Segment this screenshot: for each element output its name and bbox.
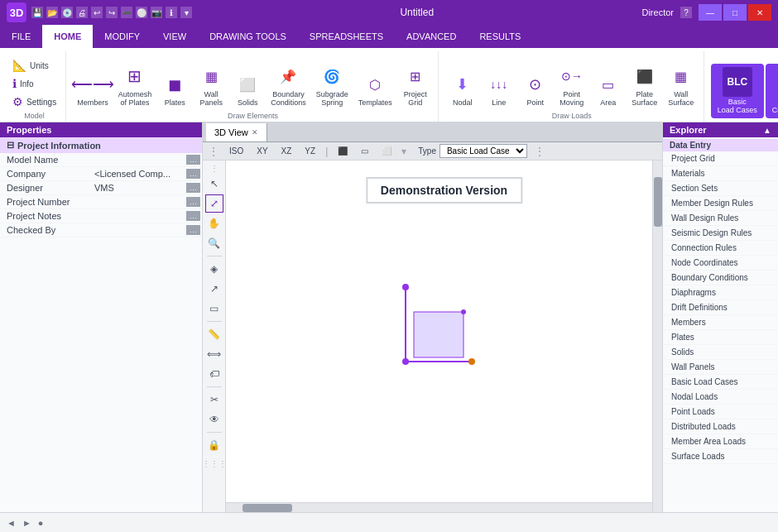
align-right-btn[interactable]: ⬜ — [377, 145, 396, 157]
wall-surface-btn[interactable]: ▦ WallSurface — [664, 60, 699, 110]
pan-btn[interactable]: ✋ — [205, 214, 223, 232]
nodal-btn[interactable]: ⬇ Nodal — [445, 69, 480, 110]
explorer-item-materials[interactable]: Materials — [663, 166, 778, 181]
camera-btn[interactable]: 📷 — [151, 7, 162, 18]
select-btn[interactable]: ↖ — [205, 175, 223, 193]
menu-advanced[interactable]: ADVANCED — [395, 25, 468, 48]
explorer-item-wall-design[interactable]: Wall Design Rules — [663, 211, 778, 226]
align-center-btn[interactable]: ▭ — [356, 145, 373, 157]
type-dropdown[interactable]: Basic Load Case — [439, 144, 527, 158]
yz-btn[interactable]: YZ — [300, 145, 320, 157]
title-bar-controls[interactable]: 💾 📂 💿 🖨 ↩ ↪ ➖ ⚪ 📷 ℹ ▾ — [31, 7, 192, 18]
info-btn[interactable]: ℹ Info — [8, 75, 60, 92]
undo-btn[interactable]: ↩ — [91, 7, 103, 18]
maximize-btn[interactable]: □ — [723, 4, 747, 21]
line-btn[interactable]: ↓↓↓ Line — [482, 69, 516, 110]
explorer-item-node-coords[interactable]: Node Coordinates — [663, 256, 778, 271]
explorer-item-distributed[interactable]: Distributed Loads — [663, 419, 778, 434]
minimize-btn[interactable]: — — [699, 4, 722, 21]
explorer-item-members[interactable]: Members — [663, 315, 778, 330]
plate-surface-btn[interactable]: ⬛ PlateSurface — [627, 60, 662, 110]
xz-btn[interactable]: XZ — [276, 145, 297, 157]
dimension-btn[interactable]: ⟺ — [205, 345, 223, 363]
automesh-btn[interactable]: ⊞ Automeshof Plates — [114, 60, 156, 110]
visibility-btn[interactable]: 👁 — [205, 410, 223, 429]
menu-drawing-tools[interactable]: DRAWING TOOLS — [198, 25, 298, 48]
menu-bar[interactable]: FILE HOME MODIFY VIEW DRAWING TOOLS SPRE… — [0, 25, 778, 48]
menu-modify[interactable]: MODIFY — [93, 25, 151, 48]
designer-edit[interactable]: … — [186, 183, 200, 193]
project-notes-edit[interactable]: … — [186, 211, 200, 221]
explorer-item-drift[interactable]: Drift Definitions — [663, 300, 778, 315]
close-btn[interactable]: ✕ — [748, 4, 771, 21]
measure-btn[interactable]: 📏 — [205, 325, 223, 343]
rect-btn[interactable]: ▭ — [205, 300, 223, 318]
menu-view[interactable]: VIEW — [151, 25, 198, 48]
3d-view-tab[interactable]: 3D View ✕ — [206, 123, 267, 141]
more-btn[interactable]: ▾ — [180, 7, 192, 18]
label-btn[interactable]: 🏷 — [205, 365, 223, 383]
explorer-item-seismic[interactable]: Seismic Design Rules — [663, 226, 778, 241]
explorer-item-diaphragms[interactable]: Diaphragms — [663, 285, 778, 300]
checked-by-edit[interactable]: … — [186, 225, 200, 235]
lock-btn[interactable]: 🔒 — [205, 436, 223, 454]
company-edit[interactable]: … — [186, 169, 200, 179]
load-combinations-btn[interactable]: LC LoadCombinations — [766, 64, 778, 118]
iso-btn[interactable]: ISO — [224, 145, 248, 157]
project-grid-btn[interactable]: ⊞ ProjectGrid — [398, 60, 433, 110]
minus-btn[interactable]: ➖ — [121, 7, 132, 18]
explorer-item-basic-load[interactable]: Basic Load Cases — [663, 375, 778, 390]
horizontal-scrollbar[interactable] — [226, 502, 652, 512]
menu-results[interactable]: RESULTS — [468, 25, 532, 48]
settings-btn[interactable]: ⚙ Settings — [8, 93, 60, 110]
project-number-edit[interactable]: … — [186, 197, 200, 207]
point-moving-btn[interactable]: ⊙→ PointMoving — [555, 60, 589, 110]
menu-home[interactable]: HOME — [42, 25, 93, 48]
explorer-item-connection[interactable]: Connection Rules — [663, 241, 778, 256]
tab-close-icon[interactable]: ✕ — [252, 128, 258, 137]
print-btn[interactable]: 🖨 — [76, 7, 88, 18]
explorer-item-plates[interactable]: Plates — [663, 330, 778, 345]
xy-btn[interactable]: XY — [252, 145, 272, 157]
subgrade-btn[interactable]: 🌀 SubgradeSpring — [312, 60, 353, 110]
explorer-item-member-area[interactable]: Member Area Loads — [663, 434, 778, 449]
circle-btn[interactable]: ⚪ — [136, 7, 147, 18]
redo-btn[interactable]: ↪ — [106, 7, 118, 18]
floppy-btn[interactable]: 💿 — [61, 7, 73, 18]
explorer-item-solids[interactable]: Solids — [663, 345, 778, 360]
node-btn[interactable]: ◈ — [205, 260, 223, 278]
save-btn[interactable]: 💾 — [31, 7, 43, 18]
status-prev-btn[interactable]: ◄ — [7, 518, 16, 528]
point-btn[interactable]: ⊙ Point — [518, 69, 553, 110]
window-controls[interactable]: — □ ✕ — [699, 4, 771, 21]
explorer-item-member-design[interactable]: Member Design Rules — [663, 196, 778, 211]
vertical-scrollbar[interactable] — [652, 161, 662, 512]
boundary-btn[interactable]: 📌 BoundaryConditions — [267, 60, 310, 110]
basic-load-cases-btn[interactable]: BLC BasicLoad Cases — [711, 64, 764, 118]
explorer-item-section-sets[interactable]: Section Sets — [663, 181, 778, 196]
explorer-item-nodal-loads[interactable]: Nodal Loads — [663, 390, 778, 405]
project-info-section[interactable]: ⊟ Project Information — [0, 137, 202, 153]
align-left-btn[interactable]: ⬛ — [333, 145, 353, 157]
scrollbar-thumb[interactable] — [654, 177, 662, 227]
explorer-item-surface[interactable]: Surface Loads — [663, 449, 778, 464]
model-name-edit[interactable]: … — [186, 155, 200, 165]
h-scrollbar-thumb[interactable] — [243, 504, 292, 512]
menu-file[interactable]: FILE — [0, 25, 42, 48]
zoom-btn[interactable]: 🔍 — [205, 234, 223, 252]
explorer-item-boundary[interactable]: Boundary Conditions — [663, 271, 778, 285]
area-btn[interactable]: ▭ Area — [591, 69, 626, 110]
help-btn[interactable]: ? — [680, 7, 692, 18]
line2-btn[interactable]: ↗ — [205, 280, 223, 298]
explorer-item-project-grid[interactable]: Project Grid — [663, 151, 778, 166]
section-btn[interactable]: ✂ — [205, 391, 223, 409]
status-record-btn[interactable]: ● — [38, 518, 44, 528]
info-btn[interactable]: ℹ — [166, 7, 177, 18]
plates-btn[interactable]: ◼ Plates — [157, 69, 192, 110]
explorer-collapse-btn[interactable]: ▲ — [763, 126, 771, 135]
menu-spreadsheets[interactable]: SPREADSHEETS — [298, 25, 395, 48]
explorer-item-wall-panels[interactable]: Wall Panels — [663, 360, 778, 375]
solids-btn[interactable]: ⬜ Solids — [230, 69, 265, 110]
status-next-btn[interactable]: ► — [22, 518, 31, 528]
wall-panels-btn[interactable]: ▦ WallPanels — [194, 60, 228, 110]
